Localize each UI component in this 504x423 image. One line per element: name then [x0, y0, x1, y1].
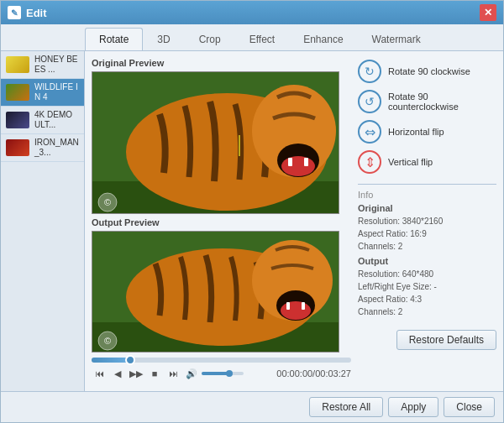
sidebar-thumb-iron-man [6, 139, 29, 156]
controls-row: ⏮ ◀ ▶▶ ■ ⏭ 🔊 00:00:00/00:03:27 [92, 366, 351, 381]
rotate-cw-item[interactable]: ↻ Rotate 90 clockwise [358, 58, 496, 85]
volume-area: 🔊 [184, 366, 244, 381]
sidebar-label-4k-demo: 4K DEMO ULT... [34, 110, 79, 130]
apply-button[interactable]: Apply [388, 397, 438, 417]
svg-rect-7 [304, 158, 308, 166]
vertical-flip-icon: ⇕ [358, 150, 381, 174]
info-box: Info Original Resolution: 3840*2160 Aspe… [358, 184, 496, 318]
horizontal-flip-label: Horizontal flip [388, 127, 444, 137]
playbar-area: ⏮ ◀ ▶▶ ■ ⏭ 🔊 00:00:00/00:03:27 [92, 358, 351, 381]
info-title: Info [358, 190, 496, 200]
time-display: 00:00:00/00:03:27 [276, 368, 351, 379]
skip-to-end-button[interactable]: ⏭ [165, 366, 181, 381]
output-preview-label: Output Preview [92, 217, 351, 227]
edit-window: ✎ Edit ✕ Rotate 3D Crop Effect Enhance W… [0, 0, 504, 423]
title-bar: ✎ Edit ✕ [1, 1, 503, 24]
svg-rect-18 [302, 302, 305, 310]
sidebar-thumb-4k-demo [6, 112, 29, 128]
svg-point-16 [281, 301, 311, 320]
rotate-ccw-icon: ↺ [358, 90, 381, 113]
original-aspect: Aspect Ratio: 16:9 [358, 227, 496, 240]
window-icon: ✎ [8, 6, 21, 19]
svg-rect-17 [286, 302, 290, 310]
tab-bar: Rotate 3D Crop Effect Enhance Watermark [1, 24, 503, 51]
right-panel: ↻ Rotate 90 clockwise ↺ Rotate 90 counte… [358, 58, 496, 384]
rotate-ccw-label: Rotate 90 counterclockwise [388, 91, 496, 112]
restore-all-button[interactable]: Restore All [309, 397, 383, 417]
close-button[interactable]: Close [444, 397, 495, 417]
output-eye-size: Left/Right Eye Size: - [358, 280, 496, 293]
progress-bar[interactable] [92, 358, 351, 363]
volume-icon[interactable]: 🔊 [184, 366, 199, 381]
horizontal-flip-item[interactable]: ⇔ Horizontal flip [358, 118, 496, 145]
sidebar: HONEY BEES ... WILDLIFE IN 4 4K DEMO ULT… [1, 51, 85, 391]
sidebar-item-wildlife[interactable]: WILDLIFE IN 4 [1, 79, 84, 107]
step-back-button[interactable]: ◀ [110, 366, 125, 381]
original-resolution: Resolution: 3840*2160 [358, 215, 496, 227]
original-info-title: Original [358, 203, 496, 213]
tab-watermark[interactable]: Watermark [358, 28, 435, 50]
sidebar-label-honey-bees: HONEY BEES ... [34, 55, 79, 75]
svg-text:©: © [104, 336, 111, 346]
vertical-flip-item[interactable]: ⇕ Vertical flip [358, 149, 496, 175]
stop-button[interactable]: ■ [147, 366, 162, 381]
rotate-actions: ↻ Rotate 90 clockwise ↺ Rotate 90 counte… [358, 58, 496, 175]
output-preview-box: © [92, 231, 339, 352]
content-area: Original Preview [85, 51, 503, 391]
window-title: Edit [26, 7, 480, 19]
tab-effect[interactable]: Effect [235, 28, 289, 50]
rotate-cw-icon: ↻ [358, 60, 381, 83]
play-button[interactable]: ▶▶ [129, 366, 144, 381]
skip-to-start-button[interactable]: ⏮ [92, 366, 107, 381]
main-content: HONEY BEES ... WILDLIFE IN 4 4K DEMO ULT… [1, 51, 503, 391]
sidebar-label-wildlife: WILDLIFE IN 4 [34, 82, 79, 102]
bottom-bar: Restore All Apply Close [1, 391, 503, 422]
restore-defaults-button[interactable]: Restore Defaults [396, 330, 496, 350]
sidebar-label-iron-man: IRON_MAN_3... [34, 138, 79, 158]
rotate-ccw-item[interactable]: ↺ Rotate 90 counterclockwise [358, 88, 496, 115]
left-panel: Original Preview [92, 58, 351, 384]
volume-bar[interactable] [202, 372, 244, 375]
tab-crop[interactable]: Crop [185, 28, 235, 50]
tab-enhance[interactable]: Enhance [289, 28, 357, 50]
output-channels: Channels: 2 [358, 306, 496, 318]
output-preview-image: © [92, 232, 339, 352]
original-preview-box: © [92, 71, 339, 214]
sidebar-item-honey-bees[interactable]: HONEY BEES ... [1, 51, 84, 79]
output-info-title: Output [358, 256, 496, 266]
sidebar-item-4k-demo[interactable]: 4K DEMO ULT... [1, 107, 84, 134]
output-aspect: Aspect Ratio: 4:3 [358, 293, 496, 306]
original-preview-image: © [92, 72, 339, 213]
sidebar-item-iron-man[interactable]: IRON_MAN_3... [1, 134, 84, 162]
svg-text:©: © [104, 197, 111, 207]
volume-knob[interactable] [226, 370, 233, 377]
vertical-flip-label: Vertical flip [388, 157, 433, 167]
output-preview-section: Output Preview [92, 217, 351, 352]
tab-3d[interactable]: 3D [143, 28, 184, 50]
tab-rotate[interactable]: Rotate [85, 28, 143, 50]
svg-rect-6 [288, 158, 292, 166]
window-close-button[interactable]: ✕ [480, 4, 496, 21]
sidebar-thumb-honey-bees [6, 56, 29, 73]
horizontal-flip-icon: ⇔ [358, 120, 381, 144]
original-preview-section: Original Preview [92, 58, 351, 214]
progress-knob[interactable] [125, 355, 135, 365]
svg-point-5 [281, 156, 315, 176]
original-channels: Channels: 2 [358, 240, 496, 253]
original-preview-label: Original Preview [92, 58, 351, 68]
output-resolution: Resolution: 640*480 [358, 268, 496, 280]
rotate-cw-label: Rotate 90 clockwise [388, 66, 470, 76]
sidebar-thumb-wildlife [6, 84, 29, 101]
